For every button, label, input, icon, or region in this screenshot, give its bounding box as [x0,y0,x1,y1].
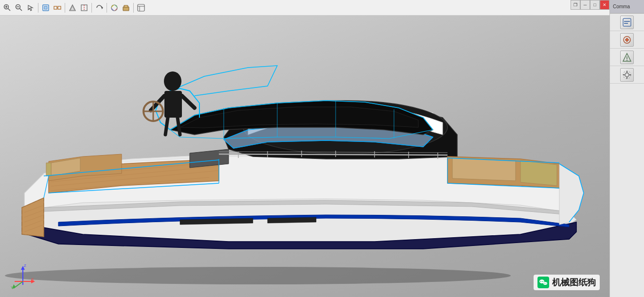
toolbar-sep-2 [65,3,65,13]
svg-text:Z: Z [24,263,26,268]
svg-point-24 [5,267,511,284]
panel-item-3[interactable] [610,49,644,66]
materials-icon[interactable] [121,2,131,13]
restore-button[interactable]: ❐ [571,0,580,10]
svg-point-78 [546,283,547,284]
window-controls: ❐ ─ □ ✕ [571,0,609,10]
panel-icon-2 [620,33,634,47]
svg-line-35 [178,118,180,135]
svg-rect-11 [58,6,61,9]
svg-point-74 [540,281,541,282]
svg-rect-31 [164,91,182,118]
toolbar [0,0,609,16]
svg-line-1 [8,8,11,11]
svg-rect-20 [124,5,128,7]
section-view-icon[interactable] [79,2,89,13]
minimize-button[interactable]: ─ [580,0,590,10]
zoom-out-icon[interactable] [14,2,24,13]
right-panel-header: Comma [610,0,644,14]
panel-item-4[interactable] [610,66,644,84]
toolbar-sep-5 [133,3,134,13]
display-style-icon[interactable] [67,2,78,13]
zoom-in-icon[interactable] [2,2,13,13]
svg-point-86 [625,73,629,77]
close-button[interactable]: ✕ [600,0,609,10]
watermark-text: 机械图纸狗 [552,277,596,288]
rotate-view-icon[interactable] [94,2,105,13]
svg-point-85 [626,60,627,61]
yacht-model [0,30,598,288]
part-icon[interactable] [40,2,51,13]
axis-indicator: Z X Y [10,263,34,287]
svg-line-70 [14,281,23,288]
svg-text:Y: Y [11,285,14,290]
svg-marker-7 [28,5,33,11]
svg-point-77 [544,283,545,284]
view-settings-icon[interactable] [136,2,146,13]
svg-line-33 [182,96,195,108]
svg-point-75 [542,281,543,282]
toolbar-sep-1 [38,3,38,13]
svg-marker-17 [102,6,103,9]
svg-point-30 [164,71,181,91]
assembly-icon[interactable] [52,2,63,13]
svg-rect-10 [54,6,57,9]
svg-rect-21 [138,4,144,11]
toolbar-sep-3 [91,3,92,13]
main-viewport: Z X Y 机械图纸狗 [0,0,609,297]
panel-icon-3 [620,51,634,64]
appearances-icon[interactable] [109,2,120,13]
select-cursor-icon[interactable] [25,2,36,13]
svg-text:X: X [31,277,34,281]
maximize-button[interactable]: □ [590,0,600,10]
watermark: 机械图纸狗 [534,275,600,290]
right-panel: Comma [609,0,644,297]
svg-rect-79 [623,18,631,26]
model-area[interactable]: Z X Y 机械图纸狗 [0,16,609,297]
panel-icon-1 [620,16,634,29]
svg-marker-14 [71,6,74,10]
panel-item-1[interactable] [610,14,644,31]
wechat-icon [537,277,549,288]
svg-point-76 [543,282,547,285]
svg-line-34 [165,118,168,135]
panel-icon-4 [620,68,634,82]
svg-rect-81 [624,23,628,24]
panel-item-2[interactable] [610,31,644,49]
svg-line-5 [20,8,22,11]
svg-rect-9 [44,6,47,9]
svg-rect-80 [624,21,630,22]
toolbar-sep-4 [107,3,107,13]
right-panel-title: Comma [613,4,630,9]
